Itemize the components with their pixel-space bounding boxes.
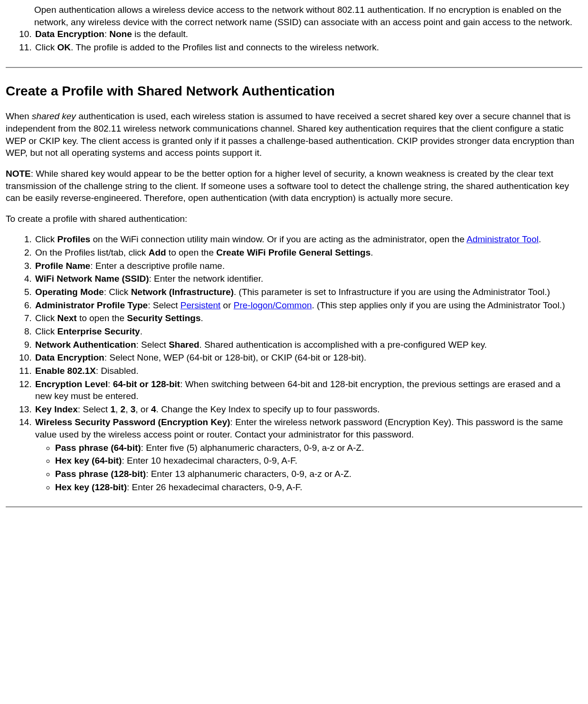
label: Pass phrase (128-bit) [55, 469, 146, 479]
label: Wireless Security Password (Encryption K… [35, 417, 230, 427]
paragraph: When shared key authentication is used, … [6, 110, 577, 159]
text: . (This step applies only if you are usi… [312, 300, 565, 310]
list-item: Click Profiles on the WiFi connection ut… [34, 233, 573, 246]
list-item: Key Index: Select 1, 2, 3, or 4. Change … [34, 403, 573, 416]
label: Network (Infrastructure) [131, 287, 234, 297]
list-item: Pass phrase (128-bit): Enter 13 alphanum… [55, 468, 573, 480]
label: Profile Name [35, 261, 90, 271]
label: Pass phrase (64-bit) [55, 443, 141, 453]
text: . [140, 326, 142, 336]
text: : Enter the network identifier. [149, 274, 263, 284]
text: to open the [77, 313, 127, 323]
text: . [370, 247, 373, 257]
label: Create WiFi Profile General Settings [216, 247, 370, 257]
label: None [109, 29, 132, 39]
list-item: Hex key (64-bit): Enter 10 hexadecimal c… [55, 455, 573, 467]
label: OK [57, 42, 71, 52]
divider [6, 67, 582, 68]
list-item: Pass phrase (64-bit): Enter five (5) alp… [55, 442, 573, 454]
list-item: Data Encryption: Select None, WEP (64-bi… [34, 352, 573, 364]
section-heading: Create a Profile with Shared Network Aut… [6, 82, 582, 100]
label: Security Settings [127, 313, 200, 323]
link-administrator-tool[interactable]: Administrator Tool [466, 234, 539, 244]
list-item: On the Profiles list/tab, click Add to o… [34, 247, 573, 259]
text: to open the [166, 247, 217, 257]
label: 1 [110, 404, 115, 414]
text: , [115, 404, 121, 414]
label: 3 [131, 404, 136, 414]
label: Key Index [35, 404, 78, 414]
text: authentication is used, each wireless st… [6, 111, 574, 158]
text: Click [35, 42, 57, 52]
list-item: Enable 802.1X: Disabled. [34, 365, 573, 377]
text: . [201, 313, 203, 323]
list-item: Administrator Profile Type: Select Persi… [34, 299, 573, 312]
text: Click [35, 234, 57, 244]
text: : Select [78, 404, 111, 414]
text: . (This parameter is set to Infrastructu… [234, 287, 550, 297]
list-item: WiFi Network Name (SSID): Enter the netw… [34, 273, 573, 285]
text: or [220, 300, 233, 310]
text: . Shared authentication is accomplished … [199, 340, 487, 350]
label: 2 [121, 404, 126, 414]
text: : Select [136, 340, 169, 350]
text: : Enter a descriptive profile name. [90, 261, 225, 271]
label: Add [149, 247, 166, 257]
text: : Enter five (5) alphanumeric characters… [141, 443, 364, 453]
label: NOTE [6, 169, 31, 179]
paragraph-note: NOTE: While shared key would appear to b… [6, 168, 577, 204]
text: : Disabled. [96, 366, 139, 376]
list-item: Network Authentication: Select Shared. S… [34, 339, 573, 351]
emphasis: shared key [32, 111, 76, 121]
steps-list: Click Profiles on the WiFi connection ut… [20, 233, 573, 493]
text: . Change the Key Index to specify up to … [156, 404, 380, 414]
text: : Click [104, 287, 131, 297]
label: Operating Mode [35, 287, 104, 297]
text: : Enter 13 alphanumeric characters, 0-9,… [146, 469, 351, 479]
text: When [6, 111, 32, 121]
link-persistent[interactable]: Persistent [180, 300, 220, 310]
list-item: Encryption Level: 64-bit or 128-bit: Whe… [34, 378, 573, 402]
label: Data Encryption [35, 29, 104, 39]
text: , [125, 404, 131, 414]
label: Enable 802.1X [35, 366, 96, 376]
label: Next [57, 313, 76, 323]
text: : While shared key would appear to be th… [6, 169, 569, 203]
text: : Select None, WEP (64-bit or 128-bit), … [104, 352, 367, 362]
label: Encryption Level [35, 379, 108, 389]
text: is the default. [132, 29, 188, 39]
label: Hex key (128-bit) [55, 482, 127, 492]
text: : Select [148, 300, 180, 310]
label: Network Authentication [35, 340, 136, 350]
list-item: Operating Mode: Click Network (Infrastru… [34, 286, 573, 298]
text: On the Profiles list/tab, click [35, 247, 149, 257]
paragraph: To create a profile with shared authenti… [6, 213, 577, 225]
list-item: Click Next to open the Security Settings… [34, 312, 573, 324]
label: Enterprise Security [57, 326, 140, 336]
label: Administrator Profile Type [35, 300, 148, 310]
link-prelogon-common[interactable]: Pre-logon/Common [234, 300, 312, 310]
label: WiFi Network Name (SSID) [35, 274, 149, 284]
text: Click [35, 326, 57, 336]
text: on the WiFi connection utility main wind… [90, 234, 466, 244]
label: Data Encryption [35, 352, 104, 362]
label: Profiles [57, 234, 90, 244]
text: . The profile is added to the Profiles l… [71, 42, 379, 52]
sub-list: Pass phrase (64-bit): Enter five (5) alp… [46, 442, 573, 494]
text: . [539, 234, 541, 244]
top-ordered-list: Data Encryption: None is the default. Cl… [20, 28, 573, 53]
text: Click [35, 313, 57, 323]
list-item: Hex key (128-bit): Enter 26 hexadecimal … [55, 481, 573, 494]
divider [6, 506, 582, 507]
label: Hex key (64-bit) [55, 456, 122, 466]
list-item: Profile Name: Enter a descriptive profil… [34, 260, 573, 272]
text: : [104, 29, 110, 39]
list-item: Click OK. The profile is added to the Pr… [34, 41, 573, 54]
label: Shared [169, 340, 199, 350]
label: 4 [151, 404, 156, 414]
top-paragraph: Open authentication allows a wireless de… [34, 4, 573, 28]
list-item: Click Enterprise Security. [34, 325, 573, 338]
list-item: Data Encryption: None is the default. [34, 28, 573, 40]
text: : Enter 26 hexadecimal characters, 0-9, … [127, 482, 303, 492]
label: 64-bit or 128-bit [113, 379, 180, 389]
